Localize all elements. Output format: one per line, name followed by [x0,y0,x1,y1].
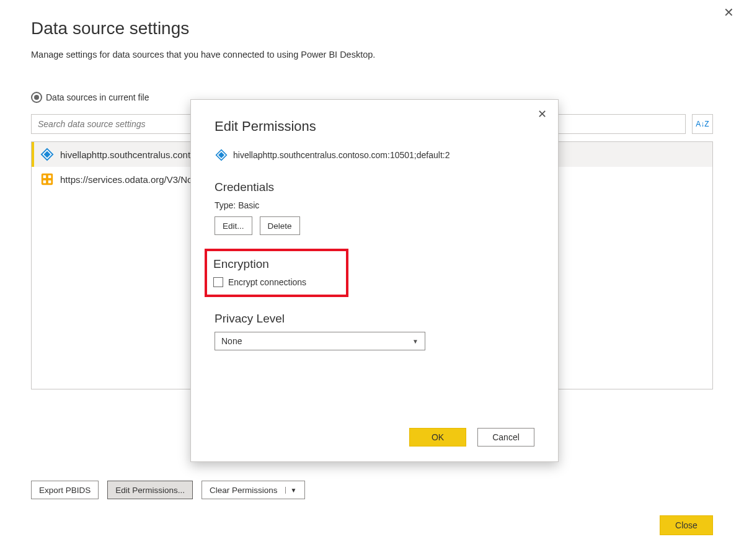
encrypt-connections-checkbox[interactable]: Encrypt connections [213,277,339,287]
odata-source-icon [40,172,54,186]
close-icon[interactable]: ✕ [724,6,734,19]
edit-permissions-dialog: ✕ Edit Permissions hivellaphttp.southcen… [190,99,559,462]
checkbox-icon [213,277,223,287]
delete-credentials-button[interactable]: Delete [260,216,300,235]
privacy-level-header: Privacy Level [215,312,534,326]
cancel-button[interactable]: Cancel [477,428,534,447]
radio-icon [31,92,42,103]
svg-rect-4 [48,176,51,179]
privacy-level-select[interactable]: None ▼ [215,332,425,350]
sort-button[interactable]: A↓Z [692,114,713,134]
chevron-down-icon: ▼ [412,338,418,345]
dialog-title: Edit Permissions [215,118,534,135]
edit-permissions-button[interactable]: Edit Permissions... [107,481,193,499]
privacy-level-value: None [221,336,242,346]
sort-az-icon: A↓Z [696,120,709,128]
hive-source-icon [40,148,54,161]
dialog-source-label: hivellaphttp.southcentralus.contoso.com:… [233,150,450,160]
svg-rect-6 [48,180,51,184]
edit-credentials-button[interactable]: Edit... [215,216,252,235]
radio-label: Data sources in current file [46,92,149,102]
page-subtitle: Manage settings for data sources that yo… [31,50,713,60]
close-button[interactable]: Close [660,515,713,535]
close-icon[interactable]: ✕ [538,109,547,120]
clear-permissions-button[interactable]: Clear Permissions ▼ [202,481,304,499]
encryption-section-highlighted: Encryption Encrypt connections [205,249,348,297]
encryption-header: Encryption [213,257,339,271]
dialog-source-row: hivellaphttp.southcentralus.contoso.com:… [215,148,534,162]
credentials-type: Type: Basic [215,200,534,210]
page-title: Data source settings [31,19,713,38]
hive-source-icon [215,148,228,162]
svg-rect-3 [43,176,46,179]
ok-button[interactable]: OK [409,428,466,447]
bottom-button-row: Export PBIDS Edit Permissions... Clear P… [31,481,305,499]
encrypt-connections-label: Encrypt connections [228,277,306,287]
chevron-down-icon[interactable]: ▼ [285,487,297,494]
svg-rect-5 [43,180,46,184]
credentials-header: Credentials [215,180,534,194]
export-pbids-button[interactable]: Export PBIDS [31,481,99,499]
